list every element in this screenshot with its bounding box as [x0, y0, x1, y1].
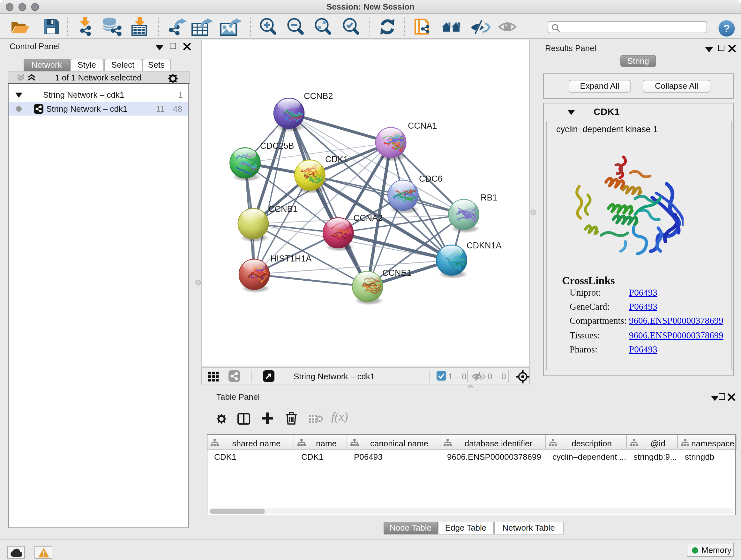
svg-text:?: ? [724, 22, 730, 35]
svg-text:CCNA2: CCNA2 [353, 213, 383, 223]
svg-text:CDKN1A: CDKN1A [467, 241, 502, 250]
svg-text:CCNE1: CCNE1 [382, 268, 412, 278]
svg-text:CCNB2: CCNB2 [304, 91, 333, 101]
svg-text:CCNB1: CCNB1 [268, 204, 298, 214]
svg-text:CCNA1: CCNA1 [408, 121, 437, 131]
svg-text:CDC6: CDC6 [419, 174, 443, 184]
svg-text:CDC25B: CDC25B [260, 141, 294, 151]
svg-text:RB1: RB1 [481, 193, 497, 202]
svg-text:HIST1H1A: HIST1H1A [270, 254, 312, 263]
svg-text:CDK1: CDK1 [325, 154, 348, 164]
